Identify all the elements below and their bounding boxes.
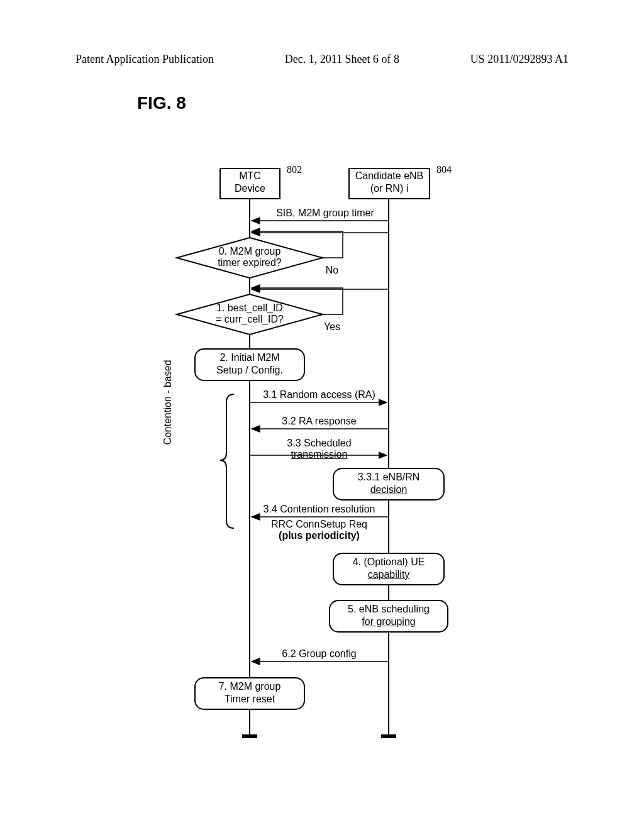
enb-label2: (or RN) i xyxy=(349,183,430,194)
s7-l1: 7. M2M group xyxy=(195,681,304,692)
d1-out: Yes xyxy=(319,321,345,333)
d1-l1: 1. best_cell_ID xyxy=(201,302,298,314)
s2-l2: Setup / Config. xyxy=(195,365,304,376)
msg-62: 6.2 Group config xyxy=(252,648,387,660)
s331-l2: decision xyxy=(333,484,444,495)
msg-32: 3.2 RA response xyxy=(252,416,387,427)
msg-33b: transmission xyxy=(252,449,387,460)
enb-label1: Candidate eNB xyxy=(349,170,430,182)
msg-33a: 3.3 Scheduled xyxy=(252,438,387,449)
d0-l1: 0. M2M group xyxy=(201,246,298,257)
svg-rect-5 xyxy=(381,734,396,738)
svg-rect-4 xyxy=(242,734,257,738)
msg-31: 3.1 Random access (RA) xyxy=(252,389,387,401)
msg-rrc1: RRC ConnSetup Req xyxy=(252,519,387,530)
d1-l2: = curr_cell_ID? xyxy=(201,314,298,325)
mtc-num: 802 xyxy=(282,164,307,175)
d0-out: No xyxy=(319,265,345,276)
s5-l1: 5. eNB scheduling xyxy=(330,604,448,615)
mtc-device-label1: MTC xyxy=(220,170,280,182)
msg-rrc2: (plus periodicity) xyxy=(252,530,387,541)
s4-l1: 4. (Optional) UE xyxy=(333,556,444,568)
d0-l2: timer expired? xyxy=(201,257,298,268)
enb-num: 804 xyxy=(431,164,457,175)
brace-label: Contention - based xyxy=(162,352,174,453)
mtc-device-label2: Device xyxy=(220,183,280,194)
s2-l1: 2. Initial M2M xyxy=(195,352,304,363)
s4-l2: capability xyxy=(333,569,444,580)
msg-34: 3.4 Contention resolution xyxy=(252,504,387,515)
s7-l2: Timer reset xyxy=(195,694,304,705)
s331-l1: 3.3.1 eNB/RN xyxy=(333,472,444,483)
sequence-diagram xyxy=(0,0,644,830)
s5-l2: for grouping xyxy=(330,616,448,628)
msg-sib: SIB, M2M group timer xyxy=(263,208,387,219)
